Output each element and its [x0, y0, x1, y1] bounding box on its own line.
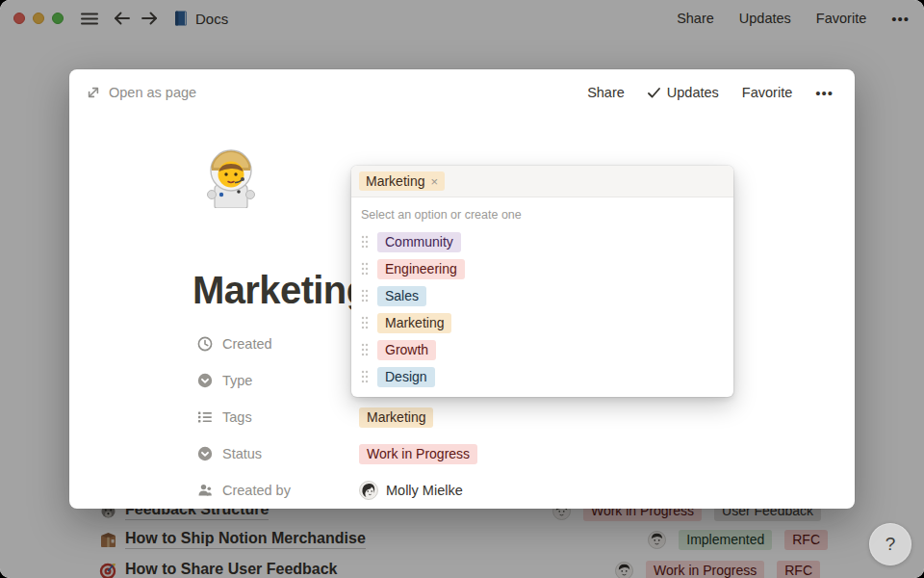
property-label-created[interactable]: Created [197, 336, 359, 352]
drag-handle-icon[interactable] [361, 262, 369, 276]
property-name: Type [222, 373, 252, 388]
property-value-tags[interactable]: Marketing [359, 407, 433, 428]
option-chip[interactable]: Design [377, 367, 435, 387]
open-as-page-button[interactable]: Open as page [87, 85, 196, 100]
remove-tag-icon[interactable]: × [430, 174, 438, 189]
modal-more-button[interactable]: ••• [815, 85, 834, 101]
property-label-created-by[interactable]: Created by [197, 483, 359, 498]
woman-astronaut-emoji-icon[interactable] [200, 146, 262, 208]
status-chip-work-in-progress[interactable]: Work in Progress [359, 444, 477, 464]
modal-actions: Share Updates Favorite ••• [587, 85, 834, 101]
property-name: Created [222, 336, 272, 352]
open-as-page-label: Open as page [109, 85, 196, 100]
property-name: Tags [222, 409, 252, 425]
selected-tag-label: Marketing [366, 173, 424, 189]
property-value-created-by[interactable]: Molly Mielke [359, 481, 463, 500]
dropdown-option-marketing[interactable]: Marketing [351, 309, 733, 336]
modal-header: Open as page Share Updates Favorite ••• [69, 69, 855, 116]
property-name: Created by [222, 483, 291, 498]
modal-updates-button[interactable]: Updates [648, 85, 719, 100]
created-by-name: Molly Mielke [386, 483, 463, 498]
property-value-status[interactable]: Work in Progress [359, 444, 477, 464]
app-window: Docs Share Updates Favorite ••• Feedback… [0, 0, 924, 578]
drag-handle-icon[interactable] [361, 235, 369, 249]
drag-handle-icon[interactable] [361, 289, 369, 302]
property-label-type[interactable]: Type [197, 373, 359, 388]
property-row-status[interactable]: Status Work in Progress [197, 438, 813, 469]
modal-share-button[interactable]: Share [587, 85, 625, 100]
tag-select-dropdown: Marketing × Select an option or create o… [351, 166, 733, 397]
select-circle-chevron-icon [197, 373, 213, 388]
person-icon [197, 483, 213, 498]
clock-icon [197, 336, 213, 352]
dropdown-option-engineering[interactable]: Engineering [351, 255, 733, 282]
molly-mielke-avatar [359, 481, 378, 500]
tag-input-field[interactable]: Marketing × [351, 166, 733, 197]
selected-tag-chip: Marketing × [359, 171, 445, 191]
expand-diagonal-icon [87, 86, 100, 99]
option-chip[interactable]: Sales [377, 286, 426, 306]
dropdown-option-community[interactable]: Community [351, 228, 733, 255]
drag-handle-icon[interactable] [361, 370, 369, 383]
property-row-tags[interactable]: Tags Marketing [197, 402, 813, 433]
option-chip[interactable]: Growth [377, 340, 436, 360]
check-icon [648, 88, 660, 98]
drag-handle-icon[interactable] [361, 316, 369, 329]
dropdown-hint-text: Select an option or create one [351, 197, 733, 228]
option-chip[interactable]: Community [377, 232, 461, 252]
drag-handle-icon[interactable] [361, 343, 369, 356]
option-chip[interactable]: Engineering [377, 259, 465, 279]
property-label-tags[interactable]: Tags [197, 409, 359, 425]
property-name: Status [222, 446, 262, 461]
select-circle-chevron-icon [197, 446, 213, 461]
dropdown-option-growth[interactable]: Growth [351, 336, 733, 363]
bulleted-list-icon [197, 409, 213, 425]
dropdown-option-sales[interactable]: Sales [351, 282, 733, 309]
help-button[interactable]: ? [869, 523, 911, 565]
page-title[interactable]: Marketing [192, 269, 370, 312]
modal-favorite-button[interactable]: Favorite [742, 85, 792, 100]
dropdown-option-design[interactable]: Design [351, 363, 733, 390]
tag-chip-marketing[interactable]: Marketing [359, 407, 433, 428]
modal-updates-label: Updates [667, 85, 719, 100]
property-label-status[interactable]: Status [197, 446, 359, 461]
property-row-created-by[interactable]: Created by Molly Mielke [197, 475, 813, 506]
option-chip[interactable]: Marketing [377, 313, 451, 333]
